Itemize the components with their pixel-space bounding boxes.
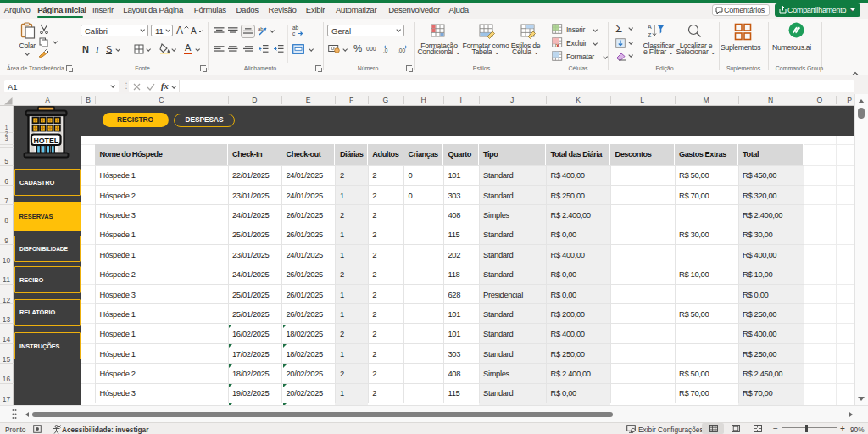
svg-text:ab: ab: [292, 25, 299, 31]
svg-text:.00: .00: [398, 47, 405, 53]
svg-text:HOTEL: HOTEL: [33, 136, 58, 144]
svg-text:c: c: [292, 31, 296, 36]
svg-text:x: x: [556, 42, 559, 48]
svg-text:Z: Z: [648, 32, 652, 38]
svg-text:A: A: [648, 24, 652, 30]
svg-text:ab: ab: [258, 26, 264, 31]
